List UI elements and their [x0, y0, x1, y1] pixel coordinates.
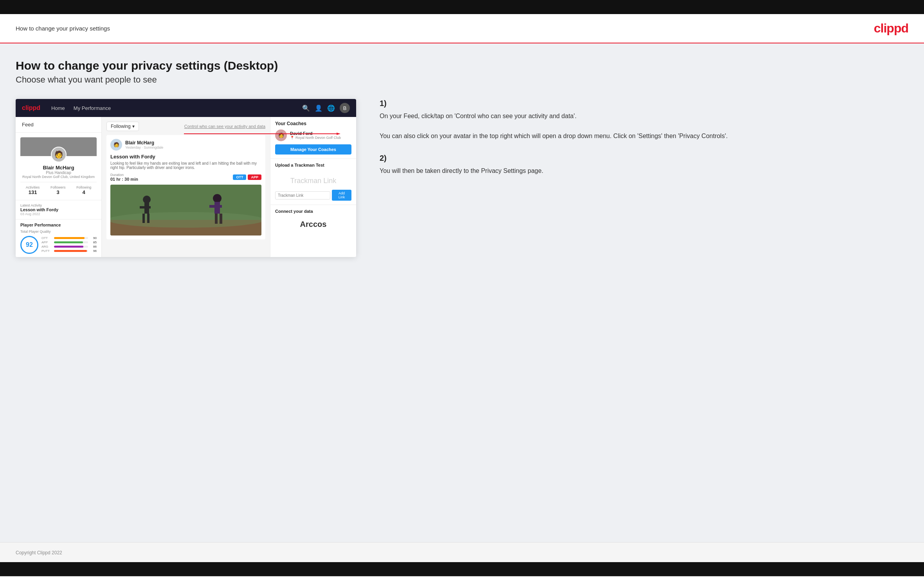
instruction-2-text: You will then be taken directly to the P… — [380, 166, 908, 176]
coach-avatar: 🧑 — [275, 129, 287, 141]
app-right-panel: Your Coaches 🧑 David Ford 📍 Royal North … — [270, 117, 356, 257]
connect-section: Connect your data Arccos — [270, 205, 356, 236]
profile-stats: Activities 131 Followers 3 Following 4 — [20, 182, 97, 195]
bar-putt-value: 96 — [90, 249, 97, 253]
app-screenshot: clippd Home My Performance 🔍 👤 🌐 B — [16, 99, 356, 257]
stat-following: Following 4 — [76, 185, 91, 195]
instruction-1-text: On your Feed, click/tap on 'Control who … — [380, 111, 908, 141]
app-nav-icons: 🔍 👤 🌐 B — [302, 103, 350, 113]
latest-activity: Latest Activity Lesson with Fordy 03 Aug… — [16, 200, 101, 219]
quality-row: 92 OTT 90 APP — [20, 236, 97, 254]
coach-info: David Ford 📍 Royal North Devon Golf Club — [290, 131, 341, 140]
bar-ott-label: OTT — [41, 236, 52, 240]
bottom-bar — [0, 562, 924, 576]
svg-rect-5 — [140, 206, 151, 209]
bar-putt-track — [54, 250, 88, 252]
person-icon[interactable]: 👤 — [315, 104, 322, 112]
svg-rect-11 — [215, 214, 218, 224]
svg-rect-10 — [209, 205, 222, 208]
tag-ott: OTT — [233, 174, 246, 180]
activities-value: 131 — [26, 189, 40, 195]
svg-point-2 — [110, 212, 261, 228]
post-author-info: Blair McHarg Yesterday · Sunningdale — [125, 140, 163, 149]
bar-ott-fill — [54, 237, 85, 239]
instruction-1: 1) On your Feed, click/tap on 'Control w… — [380, 99, 908, 141]
post-meta: Yesterday · Sunningdale — [125, 146, 163, 149]
profile-handicap: Plus Handicap — [20, 171, 97, 175]
tag-chips: OTT APP — [233, 174, 261, 180]
following-button[interactable]: Following ▾ — [106, 122, 139, 131]
instruction-2: 2) You will then be taken directly to th… — [380, 154, 908, 176]
post-author-avatar: 🧑 — [110, 139, 122, 151]
privacy-control-link[interactable]: Control who can see your activity and da… — [184, 124, 265, 129]
bar-putt-label: PUTT — [41, 249, 52, 253]
footer-copyright: Copyright Clippd 2022 — [16, 550, 62, 555]
followers-label: Followers — [50, 185, 66, 189]
perf-title: Player Performance — [20, 223, 97, 227]
app-nav-links: Home My Performance — [51, 105, 302, 111]
page-breadcrumb: How to change your privacy settings — [16, 25, 110, 32]
profile-name: Blair McHarg — [20, 165, 97, 171]
manage-coaches-button[interactable]: Manage Your Coaches — [275, 144, 351, 155]
app-logo: clippd — [22, 104, 40, 111]
globe-icon[interactable]: 🌐 — [327, 104, 335, 112]
coach-club: 📍 Royal North Devon Golf Club — [290, 136, 341, 140]
main-content: How to change your privacy settings (Des… — [0, 43, 924, 542]
bar-arg-fill — [54, 246, 83, 248]
total-quality-label: Total Player Quality — [20, 230, 97, 234]
svg-point-3 — [143, 196, 151, 203]
coach-name: David Ford — [290, 131, 341, 136]
profile-card: 🧑 Blair McHarg Plus Handicap Royal North… — [16, 133, 101, 200]
duration-value: 01 hr : 30 min — [110, 177, 138, 182]
coach-club-text: Royal North Devon Golf Club — [295, 136, 341, 140]
bar-ott: OTT 90 — [41, 236, 97, 240]
trackman-input-row: Add Link — [275, 190, 351, 201]
connect-title: Connect your data — [275, 209, 351, 214]
bar-ott-track — [54, 237, 88, 239]
bar-arg: ARG 86 — [41, 245, 97, 248]
site-header: How to change your privacy settings clip… — [0, 14, 924, 43]
post-image — [110, 185, 261, 235]
following-bar: Following ▾ Control who can see your act… — [106, 122, 265, 131]
bar-app-value: 85 — [90, 241, 97, 244]
post-author-name: Blair McHarg — [125, 140, 163, 146]
bar-putt-fill — [54, 250, 87, 252]
article-title: How to change your privacy settings (Des… — [16, 59, 908, 72]
quality-bars: OTT 90 APP — [41, 236, 97, 253]
bar-arg-track — [54, 246, 88, 248]
svg-point-8 — [213, 194, 222, 203]
arccos-logo: Arccos — [275, 217, 351, 232]
trackman-placeholder: Trackman Link — [275, 171, 351, 190]
nav-link-home[interactable]: Home — [51, 105, 65, 111]
app-nav: clippd Home My Performance 🔍 👤 🌐 B — [16, 99, 356, 117]
user-avatar-btn[interactable]: B — [340, 103, 350, 113]
post-card: 🧑 Blair McHarg Yesterday · Sunningdale L… — [106, 135, 265, 239]
app-sidebar: Feed 🧑 Blair McHarg Plus Handicap Royal … — [16, 117, 102, 257]
latest-name: Lesson with Fordy — [20, 207, 97, 212]
instruction-1-number: 1) — [380, 99, 908, 108]
post-author-row: 🧑 Blair McHarg Yesterday · Sunningdale — [110, 139, 261, 151]
latest-date: 03 Aug 2022 — [20, 212, 97, 216]
player-performance: Player Performance Total Player Quality … — [16, 219, 101, 257]
bar-app-label: APP — [41, 241, 52, 244]
coaches-section: Your Coaches 🧑 David Ford 📍 Royal North … — [270, 117, 356, 159]
chevron-down-icon: ▾ — [132, 124, 135, 129]
latest-label: Latest Activity — [20, 203, 97, 207]
post-duration-row: Duration 01 hr : 30 min OTT APP — [110, 173, 261, 182]
nav-link-performance[interactable]: My Performance — [74, 105, 111, 111]
svg-rect-7 — [147, 214, 149, 223]
feed-tab[interactable]: Feed — [16, 117, 101, 133]
trackman-input[interactable] — [275, 191, 330, 200]
bar-arg-value: 86 — [90, 245, 97, 248]
stat-activities: Activities 131 — [26, 185, 40, 195]
svg-rect-6 — [142, 214, 145, 223]
search-icon[interactable]: 🔍 — [302, 104, 310, 112]
following-value: 4 — [76, 189, 91, 195]
following-label: Following — [76, 185, 91, 189]
add-link-button[interactable]: Add Link — [332, 190, 351, 201]
demo-layout: clippd Home My Performance 🔍 👤 🌐 B — [16, 99, 908, 257]
duration-label: Duration — [110, 173, 138, 177]
trackman-section: Upload a Trackman Test Trackman Link Add… — [270, 159, 356, 205]
stat-followers: Followers 3 — [50, 185, 66, 195]
profile-background: 🧑 — [20, 137, 97, 156]
